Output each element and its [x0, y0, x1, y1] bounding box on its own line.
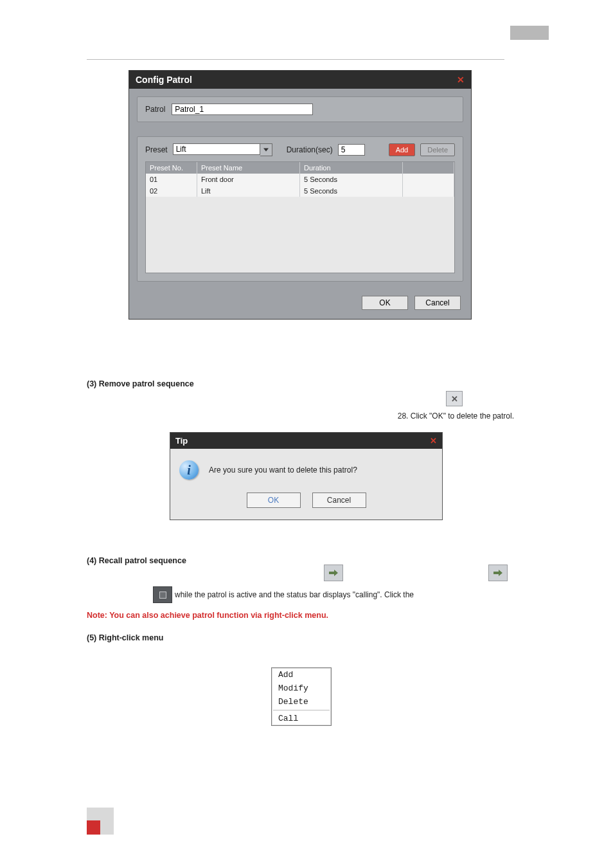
- tip-dialog: Tip ✕ i Are you sure you want to delete …: [170, 432, 443, 520]
- config-patrol-title: Config Patrol: [136, 75, 192, 85]
- svg-marker-0: [263, 149, 269, 152]
- preset-combo[interactable]: [173, 143, 272, 156]
- col-preset-no: Preset No.: [146, 162, 197, 174]
- config-patrol-titlebar: Config Patrol ✕: [129, 71, 471, 89]
- config-patrol-window: Config Patrol ✕ Patrol Preset Duration(s: [129, 70, 472, 320]
- section-3-heading: (3) Remove patrol sequence: [87, 379, 194, 388]
- grid-header: Preset No. Preset Name Duration: [146, 162, 454, 174]
- ctx-separator: [273, 710, 330, 710]
- cancel-button[interactable]: Cancel: [414, 296, 461, 310]
- cell-preset-no: 01: [146, 174, 197, 185]
- duration-input[interactable]: [338, 144, 365, 156]
- tip-message: Are you sure you want to delete this pat…: [209, 466, 357, 475]
- patrol-label: Patrol: [145, 105, 165, 114]
- tip-titlebar: Tip ✕: [170, 433, 442, 449]
- close-icon[interactable]: ✕: [457, 75, 465, 85]
- svg-marker-1: [329, 570, 338, 576]
- section-5-heading: (5) Right-click menu: [87, 633, 163, 642]
- config-patrol-footer: OK Cancel: [129, 289, 471, 319]
- cell-duration: 5 Seconds: [300, 185, 403, 197]
- cell-preset-name: Front door: [197, 174, 300, 185]
- ctx-add[interactable]: Add: [272, 668, 331, 682]
- footer-logo: [87, 808, 114, 835]
- stop-icon[interactable]: [153, 586, 172, 603]
- tip-ok-button[interactable]: OK: [247, 493, 301, 508]
- cell-preset-no: 02: [146, 185, 197, 197]
- tip-cancel-button[interactable]: Cancel: [312, 493, 366, 508]
- delete-button: Delete: [420, 143, 455, 156]
- context-menu: Add Modify Delete Call: [271, 667, 332, 726]
- ctx-call[interactable]: Call: [272, 712, 331, 725]
- chevron-down-icon[interactable]: [260, 143, 272, 156]
- svg-marker-2: [493, 570, 502, 576]
- cell-duration: 5 Seconds: [300, 174, 403, 185]
- tip-title-text: Tip: [175, 436, 188, 446]
- duration-label: Duration(sec): [287, 145, 333, 154]
- ctx-modify[interactable]: Modify: [272, 682, 331, 695]
- cell-preset-name: Lift: [197, 185, 300, 197]
- ok-button[interactable]: OK: [362, 296, 408, 310]
- preset-grid[interactable]: Preset No. Preset Name Duration 01 Front…: [145, 161, 455, 273]
- ctx-delete[interactable]: Delete: [272, 695, 331, 709]
- table-row[interactable]: 02 Lift 5 Seconds: [146, 185, 454, 197]
- preset-config-panel: Preset Duration(sec) Add Delete: [137, 136, 463, 282]
- preset-input[interactable]: [173, 143, 260, 155]
- col-rest: [403, 162, 454, 174]
- arrow-right-icon[interactable]: [324, 565, 343, 581]
- figure-caption-28: 28. Click "OK" to delete the patrol.: [398, 411, 514, 420]
- patrol-name-panel: Patrol: [137, 96, 463, 122]
- arrow-right-icon[interactable]: [488, 565, 508, 581]
- col-duration: Duration: [300, 162, 403, 174]
- header-gray-block: [510, 26, 549, 40]
- header-rule: [87, 59, 504, 60]
- preset-label: Preset: [145, 145, 168, 154]
- info-icon: i: [179, 460, 199, 480]
- close-icon[interactable]: ✕: [430, 436, 437, 446]
- table-row[interactable]: 01 Front door 5 Seconds: [146, 174, 454, 185]
- section-4-text: while the patrol is active and the statu…: [175, 590, 414, 599]
- add-button[interactable]: Add: [389, 143, 416, 156]
- patrol-name-input[interactable]: [172, 104, 313, 115]
- note-text: Note: You can also achieve patrol functi…: [87, 611, 328, 620]
- col-preset-name: Preset Name: [197, 162, 300, 174]
- section-4-heading: (4) Recall patrol sequence: [87, 556, 186, 565]
- delete-x-icon[interactable]: ✕: [446, 391, 463, 406]
